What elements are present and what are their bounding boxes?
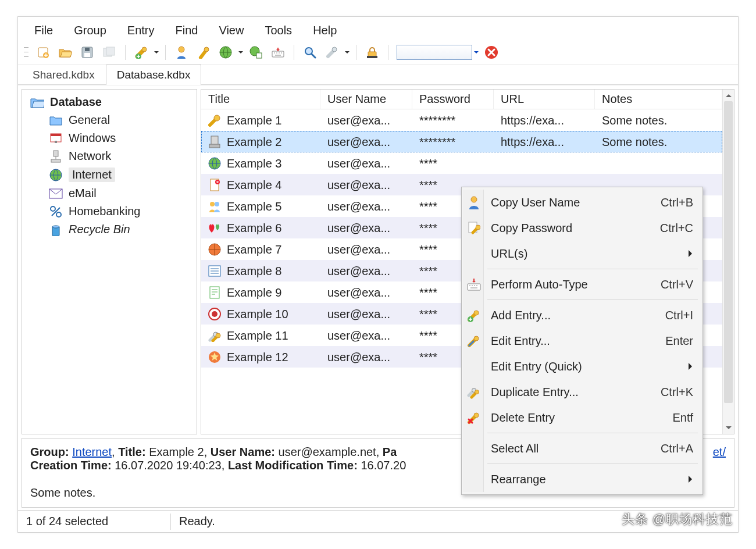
vertical-scrollbar[interactable]	[722, 90, 734, 434]
mail-icon	[49, 187, 63, 200]
ctx-shortcut: Ctrl+B	[661, 196, 693, 209]
detail-mod-label: Last Modification Time:	[228, 459, 358, 472]
entry-title: Example 6	[227, 222, 282, 235]
tab-database-kdbx[interactable]: Database.kdbx	[106, 64, 202, 85]
column-title[interactable]: Title	[201, 90, 320, 109]
menu-tools[interactable]: Tools	[265, 24, 292, 37]
ctx-shortcut: Ctrl+C	[660, 222, 693, 235]
entry-icon	[208, 329, 221, 342]
entry-user: user@exa...	[320, 265, 412, 278]
copy-url-button[interactable]	[247, 44, 265, 61]
group-tree[interactable]: DatabaseGeneralWindowsNetworkInterneteMa…	[22, 89, 197, 434]
menu-find[interactable]: Find	[176, 24, 198, 37]
tab-shared-kdbx[interactable]: Shared.kdbx	[22, 64, 106, 85]
tree-item-general[interactable]: General	[22, 111, 197, 129]
entry-row[interactable]: Example 2user@exa...********https://exa.…	[201, 131, 722, 152]
detail-creation-label: Creation Time:	[30, 459, 112, 472]
lock-button[interactable]	[363, 44, 381, 61]
ctx-label: Duplicate Entry...	[491, 386, 661, 399]
entry-row[interactable]: Example 3user@exa...****	[201, 152, 722, 174]
save-db-button[interactable]	[78, 44, 97, 61]
show-entries-dropdown[interactable]	[343, 49, 351, 56]
entry-user: user@exa...	[320, 222, 412, 235]
tree-item-network[interactable]: Network	[22, 147, 197, 165]
ctx-copy-user-name[interactable]: Copy User NameCtrl+B	[463, 190, 701, 215]
close-button[interactable]	[482, 44, 501, 61]
tree-item-homebanking[interactable]: Homebanking	[22, 202, 197, 220]
ctx-edit-entry-quick[interactable]: Edit Entry (Quick)	[463, 354, 701, 379]
quick-search-dropdown[interactable]	[472, 49, 480, 56]
column-user-name[interactable]: User Name	[320, 90, 412, 109]
ctx-url-s[interactable]: URL(s)	[463, 241, 701, 266]
entry-title: Example 8	[227, 265, 282, 278]
menu-group[interactable]: Group	[74, 24, 106, 37]
entry-row[interactable]: Example 1user@exa...********https://exa.…	[201, 109, 722, 131]
entry-icon	[208, 179, 221, 191]
tree-item-internet[interactable]: Internet	[22, 165, 197, 184]
show-entries-button[interactable]	[323, 44, 341, 61]
menu-entry[interactable]: Entry	[127, 24, 155, 37]
copy-password-button[interactable]	[194, 44, 213, 61]
submenu-arrow-icon	[689, 476, 696, 483]
open-url-dropdown[interactable]	[237, 49, 245, 56]
context-menu[interactable]: Copy User NameCtrl+BCopy PasswordCtrl+CU…	[461, 187, 703, 495]
folder-open-icon	[30, 96, 44, 109]
tree-item-windows[interactable]: Windows	[22, 129, 197, 147]
svg-rect-13	[256, 53, 262, 58]
column-headers[interactable]: TitleUser NamePasswordURLNotes	[201, 90, 722, 109]
entry-notes: Some notes.	[595, 136, 722, 149]
svg-point-48	[476, 225, 480, 230]
scroll-up-button[interactable]	[723, 90, 734, 101]
menu-file[interactable]: File	[34, 24, 53, 37]
column-url[interactable]: URL	[494, 90, 595, 109]
ctx-label: Add Entry...	[491, 309, 665, 322]
open-url-button[interactable]	[216, 44, 235, 61]
keydel-icon	[466, 410, 482, 425]
entry-user: user@exa...	[320, 114, 412, 127]
tree-item-email[interactable]: eMail	[22, 184, 197, 202]
ctx-edit-entry[interactable]: Edit Entry...Enter	[463, 328, 701, 354]
ctx-copy-password[interactable]: Copy PasswordCtrl+C	[463, 215, 701, 241]
menu-separator	[487, 300, 698, 300]
detail-group-link[interactable]: Internet	[72, 445, 112, 458]
entry-icon	[208, 286, 221, 299]
column-password[interactable]: Password	[412, 90, 494, 109]
copy-user-button[interactable]	[172, 44, 191, 61]
person-icon	[466, 195, 482, 210]
entry-icon	[208, 308, 221, 320]
menu-view[interactable]: View	[219, 24, 244, 37]
ctx-duplicate-entry[interactable]: Duplicate Entry...Ctrl+K	[463, 379, 701, 405]
keyadd-icon	[466, 308, 482, 323]
keydup-icon	[466, 384, 482, 400]
menu-help[interactable]: Help	[313, 24, 337, 37]
save-all-button[interactable]	[100, 44, 119, 61]
entry-user: user@exa...	[320, 308, 412, 321]
column-notes[interactable]: Notes	[595, 90, 722, 109]
tree-item-recycle-bin[interactable]: Recycle Bin	[22, 220, 197, 238]
ctx-select-all[interactable]: Select AllCtrl+A	[463, 436, 701, 461]
keyedit-icon	[466, 333, 482, 348]
svg-rect-32	[209, 144, 220, 148]
toolbar	[18, 42, 738, 65]
ctx-label: Rearrange	[491, 473, 689, 486]
ctx-label: Copy User Name	[491, 196, 661, 209]
detail-pa: Pa	[383, 445, 397, 458]
ctx-add-entry[interactable]: Add Entry...Ctrl+I	[463, 302, 701, 328]
ctx-rearrange[interactable]: Rearrange	[463, 466, 701, 492]
new-db-button[interactable]	[34, 44, 52, 61]
svg-point-9	[179, 47, 184, 52]
ctx-perform-auto-type[interactable]: Perform Auto-TypeCtrl+V	[463, 272, 701, 297]
scroll-down-button[interactable]	[723, 422, 734, 434]
find-button[interactable]	[301, 44, 319, 61]
scroll-thumb[interactable]	[724, 101, 733, 403]
entry-user: user@exa...	[320, 243, 412, 256]
open-db-button[interactable]	[56, 44, 74, 61]
autotype-button[interactable]	[269, 44, 287, 61]
detail-suffix-link[interactable]: et/	[713, 445, 726, 459]
add-entry-dropdown[interactable]	[152, 49, 161, 56]
quick-search-input[interactable]	[397, 45, 472, 60]
add-entry-button[interactable]	[132, 44, 151, 61]
ctx-delete-entry[interactable]: Delete EntryEntf	[463, 405, 701, 430]
tree-root[interactable]: Database	[22, 93, 197, 111]
entry-user: user@exa...	[320, 329, 412, 343]
